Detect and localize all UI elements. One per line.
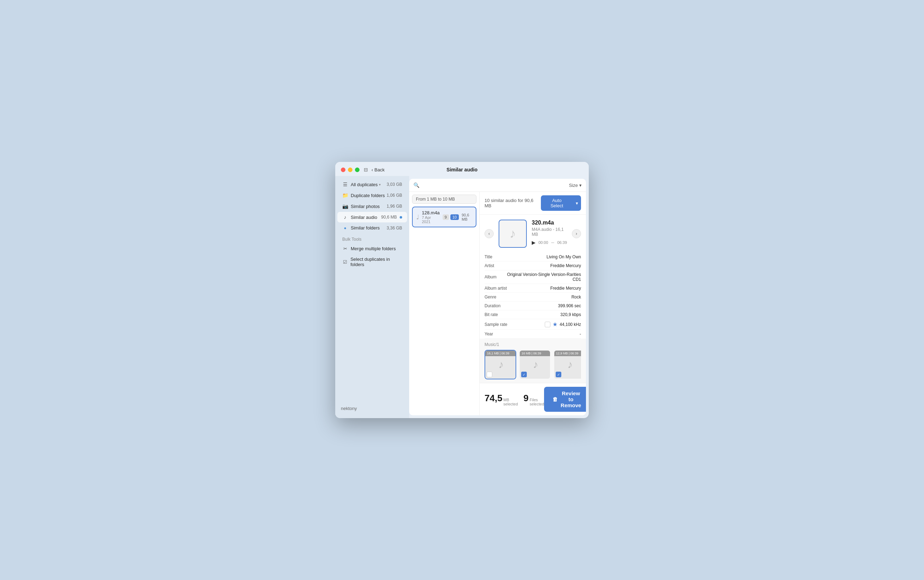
badge-selected: 10 (450, 214, 459, 220)
thumb-checkbox-2[interactable]: ✓ (521, 372, 527, 377)
audio-current-time: 00:00 (538, 241, 548, 245)
content-area: 🔍 Size ▾ From 1 MB to 10 MB ♩ 128.m4a (409, 179, 586, 415)
thumb-checkbox-1[interactable] (487, 372, 492, 377)
nektony-logo: nektony (335, 402, 409, 415)
maximize-button[interactable] (355, 168, 360, 172)
file-thumbnail: ♪ (498, 220, 527, 248)
sidebar-label-duplicate-folders: Duplicate folders (351, 193, 385, 198)
thumb-music-icon-3: ♪ (568, 359, 573, 371)
back-label: Back (374, 167, 384, 173)
file-detail-name: 320.m4a (532, 220, 567, 226)
sidebar-label-similar-photos: Similar photos (351, 204, 380, 209)
file-item-name: 128.m4a (422, 210, 440, 215)
prev-arrow-button[interactable]: ‹ (485, 229, 494, 238)
merge-icon: ✂ (342, 246, 348, 251)
auto-select-button[interactable]: Auto Select ▾ (541, 195, 581, 211)
music-note-icon: ♪ (342, 214, 348, 220)
trash-icon: 🗑 (553, 396, 558, 402)
files-value: 9 (524, 393, 528, 404)
mb-value: 74,5 (485, 393, 503, 404)
meta-row-year: Year - (485, 330, 581, 339)
file-item-size: 90,6 MB (462, 213, 472, 221)
metadata-table: Title Living On My Own Artist Freddie Me… (480, 253, 586, 339)
close-button[interactable] (341, 168, 345, 172)
thumbnail-item-1[interactable]: 16,1 MB | 06:39 ♪ (485, 350, 516, 379)
auto-select-label: Auto Select (541, 195, 573, 211)
size-filter-dropdown[interactable]: Size ▾ (569, 183, 582, 188)
meta-row-album: Album Original Version-Single Version-Ra… (485, 270, 581, 284)
file-list: From 1 MB to 10 MB ♩ 128.m4a 7 Apr 2021 … (409, 192, 480, 415)
folder-label: Music/1 (485, 342, 581, 347)
thumb-overlay-2: 16 MB | 06:39 (520, 351, 551, 356)
sidebar-size-duplicate-folders: 1,06 GB (387, 193, 402, 198)
review-btn-label: Review to Remove (561, 390, 581, 408)
app-window: ⊟ ‹ Back Similar audio ☰ All duplicates … (335, 162, 589, 418)
audio-total-duration: 06:39 (557, 241, 567, 245)
file-detail-header: ‹ ♪ 320.m4a M4A audio - 16,1 MB ▶ 00:00 (480, 215, 586, 253)
sidebar-item-similar-audio[interactable]: ♪ Similar audio 90,6 MB (337, 212, 407, 222)
folder-icon: 📁 (342, 193, 348, 198)
star-icon[interactable]: ★ (553, 321, 558, 328)
sidebar-size-all-duplicates: 3,03 GB (387, 182, 402, 187)
file-detail-subtitle: M4A audio - 16,1 MB (532, 227, 567, 237)
sidebar-item-similar-folders[interactable]: ● Similar folders 3,36 GB (337, 223, 407, 233)
mb-stat: 74,5 MB selected (485, 393, 518, 406)
thumb-overlay-1: 16,1 MB | 06:39 (485, 351, 516, 356)
files-stat: 9 Files selected (524, 393, 544, 406)
sidebar-section-main: ☰ All duplicates ▾ 3,03 GB 📁 Duplicate f… (335, 179, 409, 270)
sidebar-item-similar-photos[interactable]: 📷 Similar photos 1,96 GB (337, 201, 407, 211)
thumb-overlay-3: 12,9 MB | 06:39 (554, 351, 581, 356)
meta-row-duration: Duration 399.906 sec (485, 302, 581, 310)
sidebar-size-similar-photos: 1,96 GB (387, 204, 402, 209)
search-icon: 🔍 (413, 182, 419, 188)
auto-select-chevron-icon[interactable]: ▾ (573, 198, 581, 208)
files-unit: Files (530, 398, 544, 402)
sidebar-size-similar-audio: 90,6 MB (381, 215, 397, 220)
file-list-item[interactable]: ♩ 128.m4a 7 Apr 2021 9 10 90,6 MB (412, 207, 477, 227)
thumbnail-item-3[interactable]: 12,9 MB | 06:39 ♪ ✓ (554, 350, 581, 379)
main-layout: ☰ All duplicates ▾ 3,03 GB 📁 Duplicate f… (335, 176, 589, 418)
audio-progress-bar[interactable] (551, 242, 554, 243)
thumbnail-item-2[interactable]: 16 MB | 06:39 ♪ ✓ (519, 350, 551, 379)
bottom-bar: 74,5 MB selected 9 Files select (480, 383, 586, 415)
back-button[interactable]: ‹ Back (371, 167, 384, 173)
filter-tag: From 1 MB to 10 MB (412, 194, 477, 204)
thumbnails-section: Music/1 16,1 MB | 06:39 ♪ (480, 339, 586, 383)
sidebar-toggle-icon[interactable]: ⊟ (364, 167, 368, 173)
sidebar-item-all-duplicates[interactable]: ☰ All duplicates ▾ 3,03 GB (337, 179, 407, 190)
thumb-checkbox-3[interactable]: ✓ (556, 372, 561, 377)
window-title: Similar audio (447, 167, 477, 173)
sidebar-label-all-duplicates: All duplicates ▾ (351, 182, 381, 187)
audio-player: ▶ 00:00 06:39 (532, 240, 567, 245)
titlebar: ⊟ ‹ Back Similar audio (335, 162, 589, 176)
sidebar-item-merge-folders[interactable]: ✂ Merge multiple folders (337, 244, 407, 254)
meta-row-samplerate: Sample rate ★ 44,100 kHz (485, 319, 581, 330)
search-input[interactable] (422, 183, 566, 188)
next-arrow-button[interactable]: › (572, 229, 581, 238)
thumbnails-grid: 16,1 MB | 06:39 ♪ 16 MB | 06:39 ♪ (485, 350, 581, 379)
file-thumb-music-icon: ♪ (510, 226, 516, 241)
sidebar-item-select-duplicates[interactable]: ☑ Select duplicates in folders (337, 254, 407, 270)
play-button[interactable]: ▶ (532, 240, 536, 245)
bottom-stats: 74,5 MB selected 9 Files select (485, 393, 544, 406)
similar-count-text: 10 similar audio for 90,6 MB (485, 198, 541, 208)
review-to-remove-button[interactable]: 🗑 Review to Remove (544, 387, 586, 412)
thumb-music-icon-1: ♪ (498, 359, 504, 371)
minimize-button[interactable] (348, 168, 353, 172)
meta-row-bitrate: Bit rate 320,9 kbps (485, 310, 581, 319)
list-icon: ☰ (342, 181, 348, 187)
meta-row-title: Title Living On My Own (485, 253, 581, 262)
meta-row-album-artist: Album artist Freddie Mercury (485, 284, 581, 293)
split-pane: From 1 MB to 10 MB ♩ 128.m4a 7 Apr 2021 … (409, 192, 586, 415)
search-toolbar: 🔍 Size ▾ (409, 179, 586, 192)
similar-folders-icon: ● (342, 226, 348, 231)
traffic-lights (341, 168, 360, 172)
sample-rate-checkbox[interactable] (545, 322, 550, 327)
sidebar-label-similar-folders: Similar folders (351, 225, 380, 231)
sidebar-label-merge-folders: Merge multiple folders (351, 246, 396, 251)
meta-row-artist: Artist Freddie Mercury (485, 262, 581, 270)
sidebar-size-similar-folders: 3,36 GB (387, 226, 402, 231)
sidebar: ☰ All duplicates ▾ 3,03 GB 📁 Duplicate f… (335, 176, 409, 418)
sidebar-label-similar-audio: Similar audio (351, 215, 377, 220)
sidebar-item-duplicate-folders[interactable]: 📁 Duplicate folders 1,06 GB (337, 190, 407, 201)
